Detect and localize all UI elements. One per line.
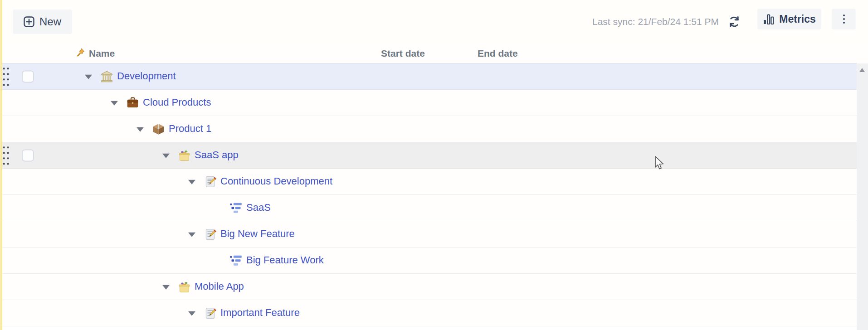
row-label[interactable]: Development — [117, 70, 176, 82]
drag-handle-icon[interactable] — [3, 146, 10, 165]
pin-icon — [75, 48, 85, 58]
plus-icon — [24, 16, 34, 27]
bar-chart-icon — [763, 13, 775, 25]
row-label[interactable]: Big Feature Work — [246, 254, 324, 266]
row-label[interactable]: Product 1 — [169, 123, 211, 135]
building-icon — [100, 70, 113, 83]
table-row[interactable]: Development — [0, 63, 857, 90]
memo-icon — [204, 228, 217, 241]
metrics-button[interactable]: Metrics — [757, 9, 821, 29]
refresh-button[interactable] — [726, 14, 743, 30]
card-box-icon — [178, 280, 191, 293]
row-label[interactable]: Cloud Products — [143, 97, 211, 108]
chevron-down-icon[interactable] — [188, 311, 195, 315]
table-row[interactable]: Continuous Development — [0, 169, 857, 195]
metrics-button-label: Metrics — [779, 13, 816, 25]
table-row[interactable]: Cloud Products — [0, 90, 857, 116]
row-checkbox[interactable] — [22, 70, 34, 82]
row-label[interactable]: Mobile App — [195, 281, 244, 292]
table-row[interactable]: Mobile App — [0, 274, 857, 300]
more-options-button[interactable] — [832, 9, 856, 29]
row-label[interactable]: SaaS app — [195, 149, 239, 161]
table-row[interactable]: Important Feature — [0, 300, 857, 326]
column-header-row: Name Start date End date — [0, 44, 868, 63]
row-label[interactable]: SaaS — [246, 202, 271, 214]
hierarchy-tree: Development Cloud Products Product 1 Saa… — [0, 63, 857, 326]
table-row[interactable]: SaaS — [0, 195, 857, 221]
table-row[interactable]: Product 1 — [0, 116, 857, 142]
new-button-label: New — [39, 15, 61, 28]
row-label[interactable]: Important Feature — [220, 307, 300, 319]
package-icon — [152, 122, 165, 136]
table-row[interactable]: Big Feature Work — [0, 248, 857, 274]
memo-icon — [204, 306, 217, 320]
column-header-end-date[interactable]: End date — [478, 48, 518, 59]
chevron-down-icon[interactable] — [188, 232, 195, 237]
toolbar: New Last sync: 21/Feb/24 1:51 PM Metrics — [0, 0, 868, 44]
chevron-down-icon[interactable] — [188, 180, 195, 184]
chevron-down-icon[interactable] — [111, 101, 118, 105]
chevron-down-icon[interactable] — [162, 285, 170, 289]
column-header-start-date[interactable]: Start date — [381, 48, 425, 59]
epic-bars-icon — [229, 254, 243, 267]
chevron-down-icon[interactable] — [85, 74, 92, 79]
new-button[interactable]: New — [13, 10, 72, 34]
column-header-name[interactable]: Name — [89, 48, 115, 59]
drag-handle-icon[interactable] — [3, 67, 10, 86]
briefcase-icon — [126, 96, 139, 109]
vertical-scrollbar[interactable] — [857, 63, 868, 330]
epic-bars-icon — [229, 201, 243, 214]
refresh-icon — [727, 15, 741, 29]
last-sync-status: Last sync: 21/Feb/24 1:51 PM — [592, 16, 719, 27]
chevron-down-icon[interactable] — [162, 153, 170, 158]
collapsed-panel-strip[interactable] — [0, 0, 2, 330]
card-box-icon — [178, 149, 191, 162]
table-row[interactable]: Big New Feature — [0, 221, 857, 248]
row-label[interactable]: Big New Feature — [220, 228, 295, 240]
table-row[interactable]: SaaS app — [0, 142, 857, 169]
memo-icon — [204, 175, 217, 188]
ellipsis-icon — [843, 15, 845, 16]
scroll-up-arrow-icon[interactable] — [859, 68, 865, 72]
row-label[interactable]: Continuous Development — [220, 175, 332, 187]
row-checkbox[interactable] — [22, 149, 34, 161]
chevron-down-icon[interactable] — [137, 127, 144, 131]
